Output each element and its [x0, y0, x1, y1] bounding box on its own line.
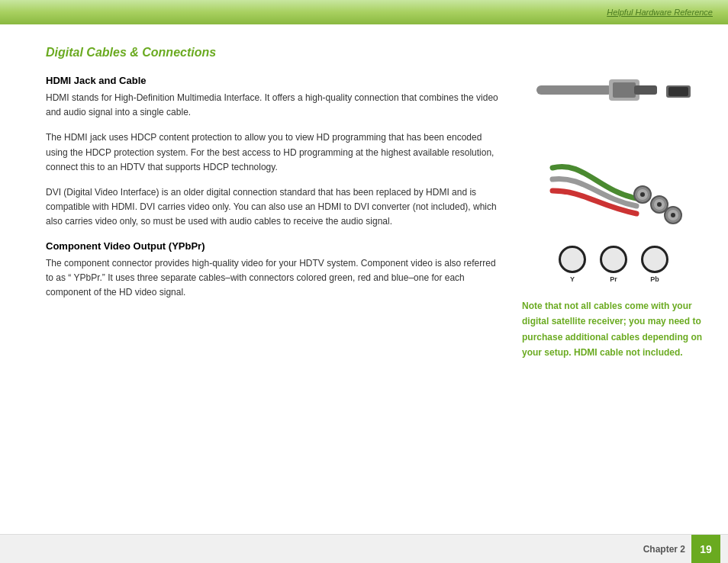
connector-y: Y: [559, 246, 586, 283]
top-bar: Helpful Hardware Reference: [0, 0, 728, 24]
connector-pb-label: Pb: [650, 275, 659, 283]
main-content: Digital Cables & Connections HDMI Jack a…: [46, 46, 504, 310]
footer-chapter-label: Chapter 2: [643, 544, 691, 555]
subsection-hdmi-heading: HDMI Jack and Cable: [46, 75, 504, 86]
connector-pb-circle: [641, 246, 668, 273]
hdmi-para-1: HDMI stands for High-Definition Multimed…: [46, 91, 504, 120]
svg-rect-3: [634, 85, 657, 95]
top-bar-title: Helpful Hardware Reference: [607, 8, 713, 17]
svg-rect-5: [668, 87, 688, 96]
connector-pr-label: Pr: [610, 275, 617, 283]
component-illustration: Y Pr Pb: [522, 145, 705, 283]
footer: Chapter 2 19: [0, 534, 728, 563]
subsection-component-heading: Component Video Output (YPbPr): [46, 240, 504, 252]
component-para-1: The component connector provides high-qu…: [46, 256, 504, 301]
svg-point-14: [671, 213, 675, 217]
component-cables-svg: [537, 145, 690, 236]
hdmi-port-svg: [666, 83, 691, 100]
svg-point-8: [640, 192, 645, 197]
svg-rect-2: [613, 82, 636, 98]
connector-pr-circle: [600, 246, 627, 273]
hdmi-illustration: [522, 61, 705, 122]
hdmi-para-3: DVI (Digital Video Interface) is an olde…: [46, 185, 504, 230]
right-panel: Y Pr Pb Note that not all cables come wi…: [522, 61, 705, 361]
hdmi-para-2: The HDMI jack uses HDCP content protecti…: [46, 130, 504, 175]
connector-labels: Y Pr Pb: [559, 246, 668, 283]
hdmi-cable-svg: [536, 69, 659, 114]
connector-y-label: Y: [570, 275, 575, 283]
svg-rect-0: [536, 85, 613, 95]
connector-pr: Pr: [600, 246, 627, 283]
footer-page-number: 19: [691, 535, 720, 564]
connector-pb: Pb: [641, 246, 668, 283]
svg-point-11: [657, 202, 662, 207]
connector-y-circle: [559, 246, 586, 273]
note-text: Note that not all cables come with your …: [522, 298, 705, 361]
section-title: Digital Cables & Connections: [46, 46, 504, 60]
